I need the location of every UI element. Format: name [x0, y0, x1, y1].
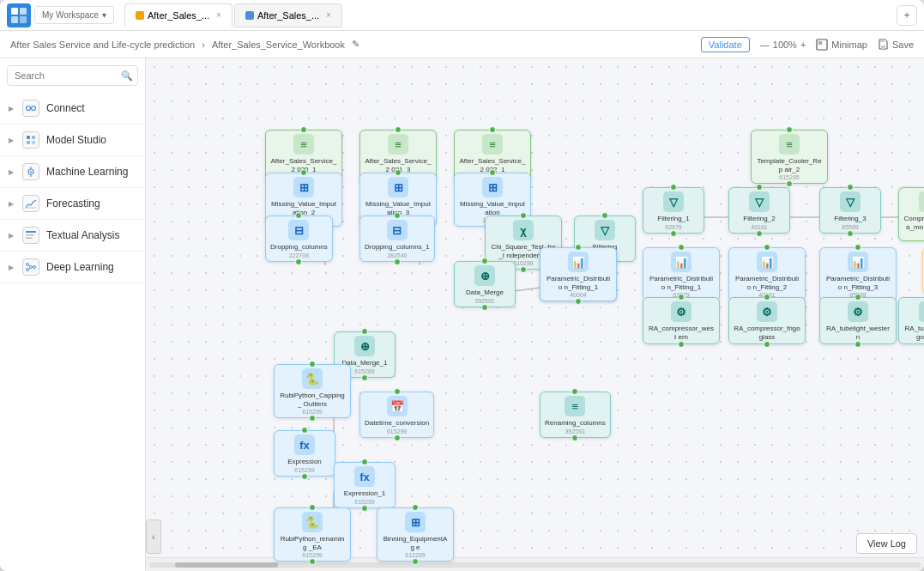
- node-n12[interactable]: ▽Filtering_162979: [643, 187, 704, 234]
- node-n14[interactable]: ▽Filtering_385589: [819, 187, 881, 234]
- node-n33[interactable]: 🐍RubiPython_renaming _EA615299: [274, 507, 351, 562]
- expand-arrow-ml: ▶: [9, 168, 14, 176]
- search-input[interactable]: [7, 65, 138, 86]
- sidebar-item-model-studio[interactable]: ▶ Model Studio: [0, 125, 145, 155]
- node-n23[interactable]: ⚙RA_compressor_frigo glass: [728, 297, 806, 344]
- scrollbar-thumb[interactable]: [175, 562, 278, 568]
- sidebar-item-machine-learning[interactable]: ▶ Machine Learning: [0, 156, 145, 187]
- node-port-top[interactable]: [361, 459, 368, 465]
- node-port-top[interactable]: [678, 294, 685, 301]
- node-n9[interactable]: ⊟Dropping_columns_1282540: [359, 216, 435, 262]
- validate-button[interactable]: Validate: [701, 37, 750, 52]
- node-port-bot[interactable]: [301, 473, 308, 480]
- sidebar-item-textual-analysis[interactable]: ▶ Textual Analysis: [0, 220, 145, 251]
- breadcrumb-parent[interactable]: After Sales Service and Life-cycle predi…: [10, 39, 195, 50]
- edit-icon[interactable]: ✎: [352, 39, 359, 50]
- add-tab-button[interactable]: +: [897, 5, 917, 26]
- node-n34[interactable]: ⊞Binning_EquipmentAg e612299: [377, 507, 454, 562]
- node-port-top[interactable]: [309, 504, 316, 511]
- node-n25[interactable]: ⚙RA_tubelight_trigoplas s: [898, 297, 924, 344]
- node-port-top[interactable]: [295, 212, 302, 219]
- node-port-top[interactable]: [412, 504, 419, 511]
- node-port-top[interactable]: [670, 184, 677, 191]
- node-port-top[interactable]: [489, 169, 496, 176]
- node-port-top[interactable]: [575, 244, 582, 251]
- node-port-bot[interactable]: [361, 374, 368, 381]
- workspace-selector[interactable]: My Workspace ▾: [34, 6, 114, 24]
- node-port-bot[interactable]: [571, 434, 578, 441]
- node-port-top[interactable]: [571, 388, 578, 395]
- tab-2[interactable]: After_Sales_... ×: [234, 3, 342, 27]
- node-port-top[interactable]: [395, 169, 402, 176]
- node-port-bot[interactable]: [847, 230, 854, 237]
- node-port-bot[interactable]: [394, 434, 401, 441]
- node-n17b[interactable]: 📊Parametric_Distributio n_Fitting_140004: [540, 247, 617, 301]
- zoom-out-button[interactable]: —: [760, 39, 770, 50]
- node-port-top[interactable]: [756, 184, 763, 191]
- node-n15[interactable]: ≡Compressor_data_mo nth_wise30: [898, 187, 924, 241]
- node-port-bot[interactable]: [295, 258, 302, 265]
- node-port-bot[interactable]: [786, 180, 793, 187]
- bottom-scrollbar[interactable]: [146, 557, 924, 571]
- node-port-bot[interactable]: [309, 415, 316, 422]
- node-n30[interactable]: ≡Renaming_columns392591: [540, 392, 611, 438]
- node-port-top[interactable]: [309, 361, 316, 368]
- node-n22[interactable]: ⚙RA_compressor_west ern: [643, 297, 720, 344]
- node-port-bot[interactable]: [678, 341, 685, 348]
- node-n31[interactable]: fxExpression615299: [274, 430, 335, 477]
- node-port-top[interactable]: [678, 244, 685, 251]
- node-port-top[interactable]: [847, 184, 854, 191]
- node-port-bot[interactable]: [575, 298, 582, 305]
- tab2-close[interactable]: ×: [326, 10, 331, 20]
- zoom-in-button[interactable]: +: [800, 39, 806, 50]
- node-port-top[interactable]: [394, 388, 401, 395]
- node-port-top[interactable]: [855, 294, 861, 301]
- node-n24[interactable]: ⚙RA_tubelight_western: [819, 297, 897, 344]
- node-n29[interactable]: 📅Datetime_conversion615299: [359, 392, 434, 438]
- node-port-top[interactable]: [301, 427, 308, 434]
- tab1-close[interactable]: ×: [216, 10, 221, 20]
- sidebar-item-connect[interactable]: ▶ Connect: [0, 93, 145, 124]
- node-port-bot[interactable]: [309, 558, 316, 565]
- node-n8[interactable]: ⊟Dropping_columns222708: [265, 216, 333, 262]
- node-port-top[interactable]: [361, 328, 368, 335]
- node-n4[interactable]: ≡Template_Cooler_Rep air_2615295: [751, 130, 828, 184]
- sidebar-item-deep-learning[interactable]: ▶ Deep Learning: [0, 252, 145, 282]
- tab-1[interactable]: After_Sales_... ×: [124, 3, 233, 27]
- node-port-top[interactable]: [300, 169, 307, 176]
- node-port-bot[interactable]: [412, 558, 419, 565]
- node-n16[interactable]: ⊕Data_Merge392591: [454, 261, 516, 307]
- node-port-bot[interactable]: [764, 341, 770, 348]
- node-port-top[interactable]: [764, 244, 770, 251]
- node-port-bot[interactable]: [481, 304, 488, 311]
- node-port-top[interactable]: [855, 244, 861, 251]
- sidebar-item-forecasting[interactable]: ▶ Forecasting: [0, 188, 145, 219]
- node-icon: ⊕: [474, 265, 495, 286]
- scrollbar-track[interactable]: [149, 562, 921, 568]
- dl-icon: [22, 258, 39, 276]
- node-port-top[interactable]: [786, 126, 793, 133]
- node-port-top[interactable]: [764, 294, 770, 301]
- view-log-button[interactable]: View Log: [856, 533, 917, 554]
- node-port-top[interactable]: [394, 212, 401, 219]
- node-port-bot[interactable]: [520, 266, 527, 273]
- node-port-bot[interactable]: [756, 230, 763, 237]
- node-port-bot[interactable]: [670, 230, 677, 237]
- node-port-top[interactable]: [481, 258, 488, 264]
- node-port-bot[interactable]: [855, 341, 861, 348]
- collapse-sidebar-button[interactable]: ‹: [146, 519, 161, 554]
- node-port-bot[interactable]: [394, 258, 401, 265]
- node-n13[interactable]: ▽Filtering_240181: [728, 187, 790, 234]
- node-port-top[interactable]: [520, 212, 527, 219]
- node-n28[interactable]: 🐍RubiPython_Capping_ Outliers615299: [274, 364, 351, 418]
- node-port-bot[interactable]: [361, 505, 368, 512]
- node-port-top[interactable]: [489, 126, 496, 133]
- node-port-top[interactable]: [601, 212, 608, 219]
- node-port-top[interactable]: [300, 126, 307, 133]
- save-button[interactable]: Save: [878, 39, 914, 50]
- node-port-top[interactable]: [395, 126, 402, 133]
- canvas-area[interactable]: ≡After_Sales_Service_2 020_1225825≡After…: [146, 58, 924, 571]
- node-n32[interactable]: fxExpression_1615299: [334, 462, 396, 508]
- node-label: Dropping_columns: [270, 243, 328, 252]
- minimap-button[interactable]: Minimap: [816, 39, 867, 51]
